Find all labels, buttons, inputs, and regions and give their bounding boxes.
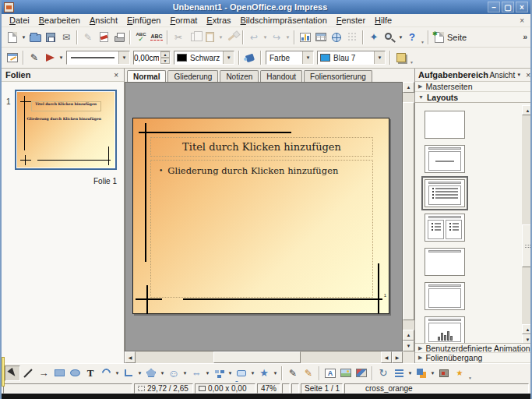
stars-dropdown-icon[interactable]: ▼ xyxy=(272,365,279,381)
undo-dropdown-icon[interactable]: ▼ xyxy=(262,30,269,45)
menu-ansicht[interactable]: Ansicht xyxy=(85,15,122,26)
basic-shapes-icon[interactable] xyxy=(143,365,159,381)
block-arrows-icon[interactable]: ⇔ xyxy=(188,365,204,381)
menu-hilfe[interactable]: Hilfe xyxy=(370,15,396,26)
status-template-cell[interactable]: cross_orange xyxy=(344,383,529,394)
connector-tool-icon[interactable] xyxy=(121,365,136,381)
task-pane-scrollbar[interactable]: ▲ ▲ ▼ xyxy=(522,105,532,344)
new-document-dropdown-icon[interactable]: ▼ xyxy=(20,30,27,45)
flowchart-dropdown-icon[interactable]: ▼ xyxy=(227,365,234,381)
curve-tool-icon[interactable] xyxy=(98,365,114,381)
document-close-icon[interactable]: × xyxy=(516,16,527,25)
paste-dropdown-icon[interactable]: ▼ xyxy=(217,30,224,45)
vertical-scrollbar[interactable]: ▲ ▲ ▼ xyxy=(403,82,414,351)
undo-icon[interactable]: ↩ xyxy=(246,30,262,45)
connector-dropdown-icon[interactable]: ▼ xyxy=(136,365,143,381)
menu-extras[interactable]: Extras xyxy=(202,15,235,26)
maximize-icon[interactable]: ▢ xyxy=(502,2,514,12)
scroll-up-icon[interactable]: ▲ xyxy=(403,82,414,93)
layout-blank[interactable] xyxy=(425,111,465,139)
menu-einfuegen[interactable]: Einfügen xyxy=(122,15,165,26)
menu-fenster[interactable]: Fenster xyxy=(332,15,370,26)
close-icon[interactable]: × xyxy=(516,2,528,12)
scroll-down-icon[interactable]: ▼ xyxy=(403,341,414,351)
grid-icon[interactable] xyxy=(344,30,360,45)
status-page-cell[interactable]: Seite 1 / 1 xyxy=(301,383,343,394)
text-tool-icon[interactable]: T xyxy=(83,365,98,381)
shadow-icon[interactable] xyxy=(393,50,409,65)
rotate-icon[interactable]: ↻ xyxy=(375,365,391,381)
slide-canvas[interactable]: Titel durch Klicken hinzufügen •Gliederu… xyxy=(132,118,389,314)
arrow-tool-icon[interactable]: → xyxy=(36,365,51,381)
insert-chart-icon[interactable] xyxy=(298,30,313,45)
auto-spellcheck-icon[interactable]: ABC xyxy=(149,30,164,45)
from-file-icon[interactable] xyxy=(338,365,354,381)
task-pane-close-icon[interactable]: × xyxy=(526,71,530,79)
align-icon[interactable] xyxy=(391,365,407,381)
fill-type-select[interactable]: Farbe ▼ xyxy=(266,51,314,65)
save-icon[interactable] xyxy=(43,30,58,45)
basic-shapes-dropdown-icon[interactable]: ▼ xyxy=(159,365,166,381)
status-size-cell[interactable]: 0,00 x 0,00 xyxy=(195,383,255,394)
arrange-icon[interactable] xyxy=(414,365,429,381)
toolbar2-handle-icon[interactable]: ▼ xyxy=(409,51,414,65)
slides-panel-close-icon[interactable]: × xyxy=(112,71,120,79)
vertical-scroll-thumb[interactable] xyxy=(403,102,414,320)
line-color-select[interactable]: Schwarz ▼ xyxy=(174,51,234,65)
line-width-input[interactable] xyxy=(134,51,160,64)
glue-points-icon[interactable]: ✎ xyxy=(301,365,316,381)
stars-icon[interactable]: ★ xyxy=(256,365,272,381)
export-pdf-icon[interactable] xyxy=(96,30,111,45)
status-position-cell[interactable]: 29,72 / 2,65 xyxy=(134,383,193,394)
task-pane-view-menu[interactable]: Ansicht xyxy=(489,71,515,79)
format-paintbrush-icon[interactable] xyxy=(224,30,240,45)
gallery-icon[interactable] xyxy=(354,365,369,381)
open-icon[interactable] xyxy=(27,30,43,45)
fill-color-select[interactable]: Blau 7 ▼ xyxy=(317,51,386,65)
menu-format[interactable]: Format xyxy=(165,15,202,26)
block-arrows-dropdown-icon[interactable]: ▼ xyxy=(204,365,211,381)
layout-title-two-content[interactable] xyxy=(425,214,465,242)
callouts-dropdown-icon[interactable]: ▼ xyxy=(249,365,256,381)
symbol-shapes-dropdown-icon[interactable]: ▼ xyxy=(181,365,188,381)
hyperlink-icon[interactable] xyxy=(329,30,344,45)
zoom-dropdown-icon[interactable]: ▼ xyxy=(397,30,404,45)
tab-gliederung[interactable]: Gliederung xyxy=(167,70,218,82)
navigator-icon[interactable]: ✦ xyxy=(366,30,382,45)
line-style-select[interactable]: ▼ xyxy=(66,51,130,65)
menu-bildschirmpraesentation[interactable]: Bildschirmpräsentation xyxy=(236,15,332,26)
arrow-style-icon[interactable] xyxy=(42,50,58,65)
tp-scroll-up2-icon[interactable]: ▲ xyxy=(522,324,532,334)
slide-thumbnail[interactable]: Titel durch Klicken hinzufügen Gliederun… xyxy=(15,90,117,170)
task-pane-view-dropdown-icon[interactable]: ▼ xyxy=(516,72,521,77)
layout-title-chart[interactable] xyxy=(425,316,465,344)
document-as-email-icon[interactable]: ✉ xyxy=(58,30,74,45)
layout-title-frame[interactable] xyxy=(425,282,465,310)
align-dropdown-icon[interactable]: ▼ xyxy=(407,365,414,381)
scroll-right-icon[interactable]: ▶ xyxy=(392,351,403,363)
tab-normal[interactable]: Normal xyxy=(127,70,166,82)
menu-bearbeiten[interactable]: Bearbeiten xyxy=(34,15,85,26)
section-layouts[interactable]: ▼ Layouts xyxy=(415,92,532,103)
section-custom-animation[interactable]: ▶ Benutzerdefinierte Animation xyxy=(415,343,532,353)
tp-scroll-up-icon[interactable]: ▲ xyxy=(522,105,532,115)
redo-icon[interactable]: ↪ xyxy=(269,30,284,45)
line-width-spinner[interactable]: ▲▼ xyxy=(160,51,170,64)
print-icon[interactable] xyxy=(111,30,127,45)
new-document-icon[interactable] xyxy=(5,30,20,45)
toolbar-handle-icon[interactable]: ▼ xyxy=(420,30,425,44)
ellipse-tool-icon[interactable] xyxy=(67,365,83,381)
area-dialog-icon[interactable] xyxy=(242,50,258,65)
fontwork-icon[interactable]: A xyxy=(322,365,338,381)
zoom-icon[interactable] xyxy=(382,30,397,45)
tab-foliensortierung[interactable]: Foliensortierung xyxy=(304,70,372,82)
horizontal-scroll-thumb[interactable] xyxy=(213,351,301,363)
symbol-shapes-icon[interactable]: ☺ xyxy=(166,365,181,381)
arrow-style-dropdown-icon[interactable]: ▼ xyxy=(58,50,65,65)
layout-title-centered-text[interactable] xyxy=(425,145,465,173)
section-slide-transition[interactable]: ▶ Folienübergang xyxy=(415,353,532,363)
line-tool-icon[interactable] xyxy=(20,365,36,381)
tp-scroll-thumb[interactable] xyxy=(522,224,532,267)
effects-icon[interactable]: ★ xyxy=(452,365,467,381)
insert-table-icon[interactable] xyxy=(313,30,329,45)
